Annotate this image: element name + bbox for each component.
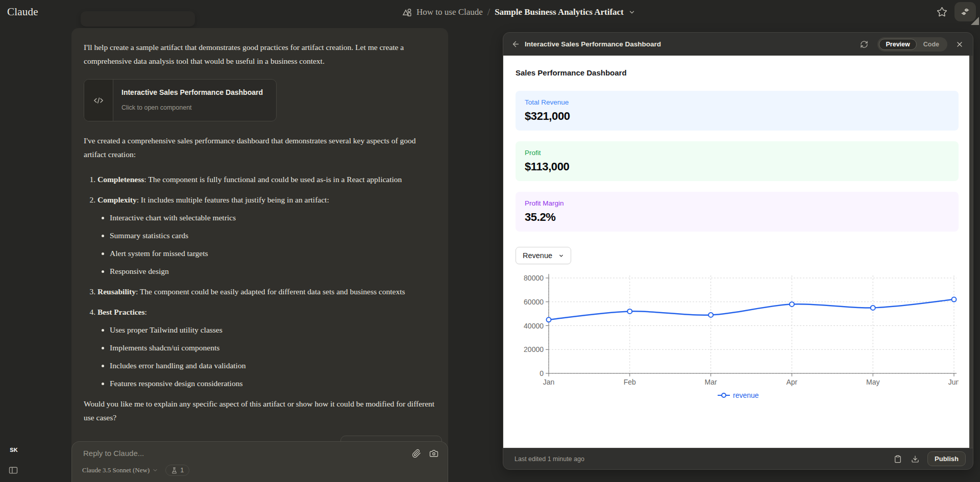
reply-box: Claude 3.5 Sonnet (New) 1 bbox=[71, 441, 448, 482]
chevron-down-icon bbox=[558, 253, 564, 259]
code-tab[interactable]: Code bbox=[917, 39, 946, 50]
stat-value: $113,000 bbox=[525, 160, 949, 173]
chat-column: I'll help create a sample artifact that … bbox=[71, 0, 448, 482]
stat-card: Total Revenue$321,000 bbox=[516, 91, 959, 131]
bullet-item: Includes error handling and data validat… bbox=[110, 359, 435, 372]
chevron-down-icon[interactable] bbox=[628, 9, 635, 16]
last-edited-status: Last edited 1 minute ago bbox=[514, 455, 894, 463]
bullet-item: Alert system for missed targets bbox=[110, 246, 435, 260]
panel-scrollbar[interactable] bbox=[969, 56, 973, 448]
code-icon bbox=[84, 80, 113, 121]
close-button[interactable] bbox=[952, 37, 967, 52]
stat-value: 35.2% bbox=[525, 211, 949, 224]
stat-label: Profit Margin bbox=[525, 199, 949, 207]
assistant-message: I'll help create a sample artifact that … bbox=[71, 28, 448, 460]
artifact-panel-header: Interactive Sales Performance Dashboard … bbox=[503, 33, 973, 56]
clipboard-icon bbox=[894, 455, 902, 463]
stat-cards: Total Revenue$321,000Profit$113,000Profi… bbox=[516, 91, 957, 232]
sidebar-icon bbox=[8, 465, 18, 475]
header-actions bbox=[933, 2, 976, 21]
svg-text:40000: 40000 bbox=[524, 322, 544, 330]
refresh-button[interactable] bbox=[857, 37, 871, 52]
artifact-chip-title: Interactive Sales Performance Dashboard bbox=[121, 86, 263, 99]
svg-text:20000: 20000 bbox=[524, 345, 544, 353]
svg-text:Jan: Jan bbox=[543, 378, 555, 386]
stat-label: Profit bbox=[525, 149, 949, 157]
arrow-left-icon bbox=[511, 40, 520, 48]
revenue-chart: 020000400006000080000JanFebMarAprMayJunr… bbox=[516, 271, 959, 401]
back-button[interactable] bbox=[508, 37, 523, 52]
artifact-panel-footer: Last edited 1 minute ago Publish bbox=[503, 448, 973, 469]
svg-text:Apr: Apr bbox=[787, 378, 798, 386]
svg-text:Jun: Jun bbox=[948, 378, 959, 386]
stat-card: Profit$113,000 bbox=[516, 141, 959, 181]
dashboard-title: Sales Performance Dashboard bbox=[516, 68, 957, 77]
breadcrumb-title[interactable]: Sample Business Analytics Artifact bbox=[495, 7, 624, 17]
stat-label: Total Revenue bbox=[525, 98, 949, 106]
sliders-icon bbox=[960, 7, 970, 17]
message-closing: Would you like me to explain any specifi… bbox=[84, 397, 435, 424]
artifact-panel: Interactive Sales Performance Dashboard … bbox=[503, 32, 973, 470]
chevron-down-icon bbox=[152, 467, 158, 473]
list-item: Complexity: It includes multiple feature… bbox=[97, 193, 435, 278]
bullet-item: Features responsive design consideration… bbox=[110, 376, 435, 390]
attach-button[interactable] bbox=[412, 449, 421, 458]
bullet-item: Responsive design bbox=[110, 264, 435, 278]
artifact-title: Interactive Sales Performance Dashboard bbox=[525, 40, 661, 48]
metric-select[interactable]: Revenue bbox=[516, 247, 571, 264]
camera-icon bbox=[429, 449, 438, 458]
flask-icon bbox=[171, 467, 178, 474]
message-paragraph-1: I'll help create a sample artifact that … bbox=[84, 40, 435, 68]
model-selector[interactable]: Claude 3.5 Sonnet (New) bbox=[82, 466, 158, 474]
star-icon bbox=[937, 7, 947, 17]
svg-text:May: May bbox=[866, 378, 879, 386]
download-artifact-button[interactable] bbox=[911, 455, 919, 463]
preview-tab[interactable]: Preview bbox=[879, 39, 916, 50]
claude-logo[interactable]: Claude bbox=[7, 6, 38, 18]
preview-code-toggle: Preview Code bbox=[877, 37, 947, 52]
reply-input[interactable] bbox=[82, 448, 412, 458]
svg-text:80000: 80000 bbox=[524, 274, 544, 282]
bullet-item: Uses proper Tailwind utility classes bbox=[110, 323, 435, 337]
list-item: Reusability: The component could be easi… bbox=[97, 285, 435, 298]
breadcrumb-separator: / bbox=[487, 7, 490, 18]
corner-resize-triangle bbox=[971, 17, 979, 25]
bullet-item: Interactive chart with selectable metric… bbox=[110, 211, 435, 224]
refresh-icon bbox=[860, 40, 868, 48]
bullet-item: Implements shadcn/ui components bbox=[110, 341, 435, 354]
list-item: Completeness: The component is fully fun… bbox=[97, 172, 435, 186]
copy-artifact-button[interactable] bbox=[894, 455, 902, 463]
stat-value: $321,000 bbox=[525, 110, 949, 123]
close-icon bbox=[955, 40, 964, 48]
svg-text:Feb: Feb bbox=[624, 378, 636, 386]
artifact-preview-body: Sales Performance Dashboard Total Revenu… bbox=[503, 56, 973, 448]
sidebar-toggle-button[interactable] bbox=[8, 465, 18, 475]
bullet-item: Summary statistics cards bbox=[110, 229, 435, 242]
user-avatar[interactable]: SK bbox=[7, 443, 21, 457]
svg-text:revenue: revenue bbox=[733, 391, 759, 399]
message-paragraph-2: I've created a comprehensive sales perfo… bbox=[84, 134, 435, 161]
svg-text:60000: 60000 bbox=[524, 298, 544, 306]
message-list: Completeness: The component is fully fun… bbox=[84, 172, 435, 390]
download-icon bbox=[911, 455, 919, 463]
star-button[interactable] bbox=[933, 3, 950, 20]
screenshot-button[interactable] bbox=[429, 449, 438, 458]
artifact-chip[interactable]: Interactive Sales Performance Dashboard … bbox=[84, 79, 277, 121]
svg-text:Mar: Mar bbox=[705, 378, 717, 386]
stat-card: Profit Margin35.2% bbox=[516, 192, 959, 232]
artifact-chip-subtitle: Click to open component bbox=[121, 101, 263, 115]
artifact-count-pill[interactable]: 1 bbox=[165, 465, 189, 476]
paperclip-icon bbox=[412, 449, 421, 458]
svg-text:0: 0 bbox=[540, 369, 544, 377]
list-item: Best Practices:Uses proper Tailwind util… bbox=[97, 305, 435, 390]
publish-button[interactable]: Publish bbox=[927, 451, 966, 466]
